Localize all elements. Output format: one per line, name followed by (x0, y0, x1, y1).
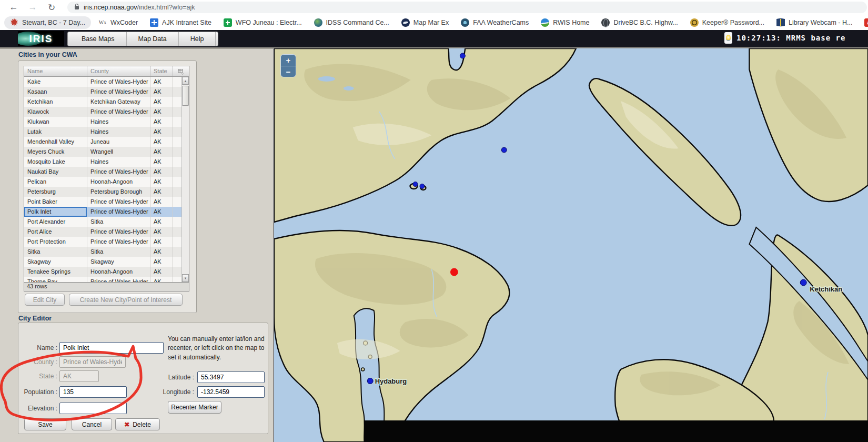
table-row[interactable]: Mendenhall Valley Juneau AK (24, 137, 189, 147)
name-field[interactable] (59, 342, 164, 354)
cell-state: AK (150, 97, 173, 107)
bookmark-item[interactable]: Alaska Fire & Fuels... (860, 17, 868, 28)
selected-city-marker-red[interactable] (450, 268, 458, 276)
forward-icon[interactable]: → (27, 2, 38, 13)
cell-county: Sitka (87, 247, 150, 257)
cancel-button[interactable]: Cancel (72, 418, 112, 430)
table-row[interactable]: Klukwan Haines AK (24, 117, 189, 127)
map-view[interactable]: + − (273, 48, 868, 442)
table-row[interactable]: Klawock Prince of Wales-Hyder AK (24, 107, 189, 117)
recenter-marker-button[interactable]: Recenter Marker (168, 401, 221, 414)
menu-item[interactable]: Help (179, 32, 216, 46)
zoom-out-button[interactable]: − (280, 66, 296, 77)
cell-name: Port Alexander (24, 217, 87, 227)
bookmark-item[interactable]: RWIS Home (536, 17, 594, 28)
table-row[interactable]: Lutak Haines AK (24, 127, 189, 137)
bookmark-item[interactable]: Keeper® Password... (685, 17, 769, 28)
bookmark-favicon-icon (776, 18, 785, 27)
table-row[interactable]: Petersburg Petersburg Borough AK (24, 187, 189, 197)
state-field (59, 370, 99, 382)
menu-item[interactable]: Map Data (127, 32, 179, 46)
delete-button[interactable]: ✖Delete (115, 418, 160, 430)
column-header-state[interactable]: State (150, 66, 173, 76)
terrain-map[interactable]: Hydaburg Ketchikan (274, 48, 868, 442)
bookmark-favicon-icon (224, 18, 232, 27)
cell-name: Petersburg (24, 187, 87, 197)
latitude-field[interactable] (197, 371, 265, 383)
bookmark-item[interactable]: Stewart, BC - 7 Day... (4, 16, 91, 29)
population-field[interactable] (59, 386, 127, 398)
bookmark-item[interactable]: Map Mar Ex (397, 17, 453, 28)
map-label-hydaburg: Hydaburg (375, 377, 407, 385)
cell-county: Haines (87, 157, 150, 167)
table-row[interactable]: Thorne Bay Prince of Wales-Hyder AK (24, 277, 189, 282)
table-row[interactable]: Meyers Chuck Wrangell AK (24, 147, 189, 157)
scrollbar-thumb[interactable] (182, 86, 189, 106)
table-row[interactable]: Pelican Hoonah-Angoon AK (24, 177, 189, 187)
table-row[interactable]: Kake Prince of Wales-Hyder AK (24, 77, 189, 87)
table-row[interactable]: Port Alexander Sitka AK (24, 217, 189, 227)
city-marker-blue[interactable] (501, 147, 507, 153)
bookmark-item[interactable]: DriveBC B.C. Highw... (597, 17, 682, 28)
elevation-field[interactable] (59, 403, 127, 414)
menu-item[interactable]: Base Maps (70, 32, 127, 46)
bookmark-label: Library Webcam - H... (789, 19, 852, 26)
table-row[interactable]: Kasaan Prince of Wales-Hyder AK (24, 87, 189, 97)
bookmark-item[interactable]: Library Webcam - H... (772, 17, 857, 28)
city-marker-blue[interactable] (367, 378, 373, 384)
city-marker-blue[interactable] (420, 184, 425, 189)
column-header-county[interactable]: County (87, 66, 150, 76)
cities-table: Name County State Kake Prince of Wales-H… (24, 66, 189, 292)
row-count-status: 43 rows (24, 282, 189, 291)
table-row[interactable]: Sitka Sitka AK (24, 247, 189, 257)
reload-icon[interactable]: ↻ (46, 2, 57, 13)
cell-state: AK (150, 207, 173, 217)
save-button[interactable]: Save (24, 418, 66, 430)
county-label: County : (18, 358, 57, 366)
cell-county: Juneau (87, 137, 150, 147)
scroll-down-icon[interactable]: ▼ (182, 274, 189, 282)
cell-state: AK (150, 177, 173, 187)
cell-name: Mendenhall Valley (24, 137, 87, 147)
bookmark-item[interactable]: IDSS Command Ce... (309, 17, 394, 28)
bookmark-favicon-icon (690, 18, 699, 27)
column-header-name[interactable]: Name (24, 66, 87, 76)
table-row[interactable]: Port Protection Prince of Wales-Hyder AK (24, 237, 189, 247)
table-scrollbar[interactable]: ▲ ▼ (181, 77, 189, 282)
city-marker-blue[interactable] (460, 53, 465, 58)
cell-name: Kake (24, 77, 87, 87)
table-row[interactable]: Ketchikan Ketchikan Gateway AK (24, 97, 189, 107)
table-row[interactable]: Mosquito Lake Haines AK (24, 157, 189, 167)
bookmark-item[interactable]: FAA WeatherCams (456, 17, 533, 28)
table-row[interactable]: Polk Inlet Prince of Wales-Hyder AK (24, 207, 189, 217)
scroll-up-icon[interactable]: ▲ (182, 77, 189, 85)
grid-config-icon[interactable] (173, 66, 189, 76)
city-editor-title: City Editor (18, 315, 52, 322)
table-row[interactable]: Naukati Bay Prince of Wales-Hyder AK (24, 167, 189, 177)
bookmark-label: AJK Intranet Site (162, 19, 211, 26)
url-bar[interactable]: iris.ncep.noaa.gov/index.html?wfo=ajk (67, 2, 867, 13)
cities-table-body: Kake Prince of Wales-Hyder AK Kasaan Pri… (24, 77, 189, 282)
bookmark-label: WxCoder (110, 19, 138, 26)
bookmark-label: WFO Juneau : Electr... (236, 19, 302, 26)
bookmark-item[interactable]: WxCoder (94, 17, 143, 28)
city-marker-blue[interactable] (413, 182, 418, 187)
bookmark-favicon-icon (541, 18, 549, 27)
table-row[interactable]: Tenakee Springs Hoonah-Angoon AK (24, 267, 189, 277)
table-row[interactable]: Skagway Skagway AK (24, 257, 189, 267)
longitude-field[interactable] (197, 386, 265, 398)
table-row[interactable]: Port Alice Prince of Wales-Hyder AK (24, 227, 189, 237)
bookmark-favicon-icon (461, 18, 469, 27)
cell-name: Sitka (24, 247, 87, 257)
zoom-in-button[interactable]: + (280, 54, 296, 66)
back-icon[interactable]: ← (8, 2, 19, 13)
menu-item-label: Base Maps (82, 35, 115, 43)
cell-state: AK (150, 227, 173, 237)
table-row[interactable]: Point Baker Prince of Wales-Hyder AK (24, 197, 189, 207)
bookmark-item[interactable]: WFO Juneau : Electr... (219, 17, 307, 28)
edit-city-button[interactable]: Edit City (25, 294, 65, 306)
create-city-button[interactable]: Create New City/Point of Interest (69, 294, 183, 306)
city-marker-blue[interactable] (800, 279, 806, 286)
cell-name: Naukati Bay (24, 167, 87, 177)
bookmark-item[interactable]: AJK Intranet Site (145, 17, 216, 28)
